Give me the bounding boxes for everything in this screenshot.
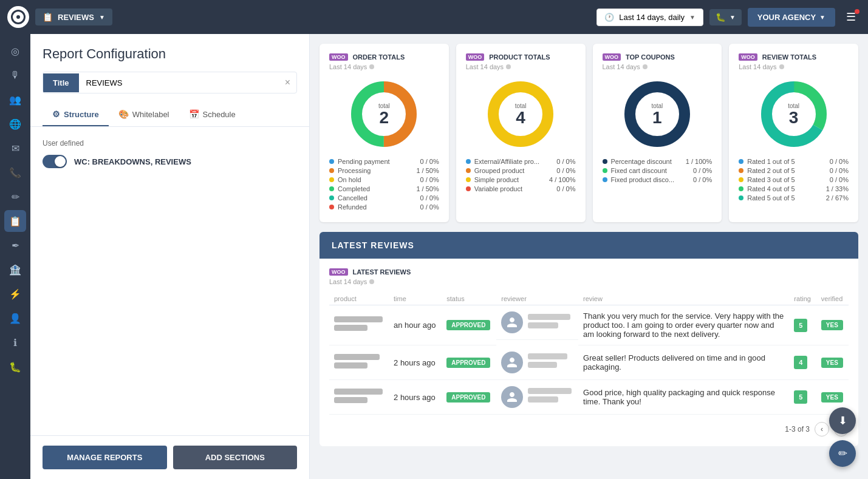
config-tabs: ⚙ Structure 🎨 Whitelabel 📅 Schedule xyxy=(30,103,309,127)
col-product: product xyxy=(329,293,389,305)
top-coupons-title: TOP COUPONS xyxy=(626,53,675,61)
tab-structure[interactable]: ⚙ Structure xyxy=(43,103,109,126)
pagination-info: 1-3 of 3 xyxy=(785,425,810,433)
status-cell: APPROVED xyxy=(442,345,496,380)
time-cell: 2 hours ago xyxy=(389,345,442,380)
review-totals-title: REVIEW TOTALS xyxy=(762,53,816,61)
latest-reviews-body: WOO LATEST REVIEWS Last 14 days product … xyxy=(320,259,858,446)
info-dot-3 xyxy=(643,64,648,69)
main-content: WOO ORDER TOTALS Last 14 days xyxy=(310,34,868,479)
product-donut: total 4 xyxy=(484,78,557,151)
review-donut: total 3 xyxy=(757,78,830,151)
status-cell: APPROVED xyxy=(442,305,496,345)
sidebar-icons: ◎ 🎙 👥 🌐 ✉ 📞 ✏ 📋 ✒ 🏦 ⚡ 👤 ℹ 🐛 xyxy=(0,34,30,479)
reviewer-avatar xyxy=(501,386,523,408)
sidebar-item-globe[interactable]: 🌐 xyxy=(4,113,26,135)
col-review: review xyxy=(578,293,789,305)
woo-badge-3: WOO xyxy=(603,53,621,61)
verified-cell: YES xyxy=(816,305,849,345)
hamburger-menu[interactable]: ☰ xyxy=(841,8,861,26)
review-cell: Thank you very much for the service. Ver… xyxy=(578,305,789,345)
review-totals-card: WOO REVIEW TOTALS Last 14 days xyxy=(729,44,858,222)
add-sections-button[interactable]: ADD SECTIONS xyxy=(173,446,298,469)
latest-reviews-header: LATEST REVIEWS xyxy=(320,232,858,259)
info-dot-2 xyxy=(506,64,511,69)
sidebar-item-info[interactable]: ℹ xyxy=(4,331,26,353)
table-row: an hour ago APPROVED xyxy=(329,305,849,345)
order-total: 2 xyxy=(378,109,390,126)
product-totals-title: PRODUCT TOTALS xyxy=(489,53,550,61)
schedule-icon: 📅 xyxy=(189,109,199,119)
rating-cell: 5 xyxy=(789,305,816,345)
col-verified: verified xyxy=(816,293,849,305)
panel-footer: MANAGE REPORTS ADD SECTIONS xyxy=(30,435,309,479)
product-cell xyxy=(329,345,389,380)
info-dot-4 xyxy=(779,64,784,69)
order-totals-title: ORDER TOTALS xyxy=(353,53,405,61)
manage-reports-button[interactable]: MANAGE REPORTS xyxy=(43,446,167,469)
reports-dropdown[interactable]: 📋 REVIEWS ▼ xyxy=(35,8,112,25)
sidebar-item-analytics[interactable]: ◎ xyxy=(4,40,26,62)
filter-btn[interactable]: 🐛 ▼ xyxy=(709,9,742,25)
product-cell xyxy=(329,305,389,345)
table-row: 2 hours ago APPROVED xyxy=(329,380,849,415)
col-time: time xyxy=(389,293,442,305)
review-legend: Rated 1 out of 50 / 0% Rated 2 out of 50… xyxy=(739,158,849,203)
sidebar-item-mic[interactable]: 🎙 xyxy=(4,64,26,86)
coupon-total: 1 xyxy=(651,109,663,126)
tab-schedule[interactable]: 📅 Schedule xyxy=(179,103,245,126)
order-legend: Pending payment0 / 0% Processing1 / 50% … xyxy=(329,158,439,212)
col-reviewer: reviewer xyxy=(496,293,578,305)
reviewer-avatar xyxy=(501,352,523,373)
sidebar-item-bank[interactable]: 🏦 xyxy=(4,259,26,280)
order-totals-card: WOO ORDER TOTALS Last 14 days xyxy=(320,44,449,222)
sidebar-item-email[interactable]: ✉ xyxy=(4,137,26,159)
col-rating: rating xyxy=(789,293,816,305)
reviewer-cell xyxy=(496,345,578,380)
reviewer-avatar xyxy=(501,311,523,333)
col-status: status xyxy=(442,293,496,305)
info-dot-reviews xyxy=(369,279,374,284)
review-cell: Good price, high quality packaging and q… xyxy=(578,380,789,415)
verified-cell: YES xyxy=(816,345,849,380)
toggle-switch[interactable] xyxy=(43,155,67,168)
sidebar-item-bug[interactable]: 🐛 xyxy=(4,356,26,378)
sidebar-item-reports[interactable]: 📋 xyxy=(4,210,26,232)
info-dot xyxy=(369,64,374,69)
structure-icon: ⚙ xyxy=(52,109,60,119)
top-navigation: 📋 REVIEWS ▼ 🕐 Last 14 days, daily ▼ 🐛 ▼ … xyxy=(0,0,868,34)
top-coupons-card: WOO TOP COUPONS Last 14 days total 1 xyxy=(593,44,722,222)
sidebar-item-person[interactable]: 👤 xyxy=(4,307,26,329)
coupon-donut: total 1 xyxy=(621,78,694,151)
table-row: 2 hours ago APPROVED xyxy=(329,345,849,380)
section-label: User defined xyxy=(43,139,297,148)
coupon-legend: Percentage discount1 / 100% Fixed cart d… xyxy=(603,158,713,185)
sidebar-item-phone[interactable]: 📞 xyxy=(4,161,26,183)
download-fab[interactable]: ⬇ xyxy=(829,407,856,434)
tab-whitelabel[interactable]: 🎨 Whitelabel xyxy=(109,103,179,126)
toggle-row: WC: BREAKDOWNS, REVIEWS xyxy=(43,155,297,168)
woo-badge-4: WOO xyxy=(739,53,757,61)
sidebar-item-users[interactable]: 👥 xyxy=(4,89,26,110)
product-legend: External/Affiliate pro...0 / 0% Grouped … xyxy=(466,158,576,194)
product-cell xyxy=(329,380,389,415)
time-cell: 2 hours ago xyxy=(389,380,442,415)
time-cell: an hour ago xyxy=(389,305,442,345)
product-totals-card: WOO PRODUCT TOTALS Last 14 days total 4 xyxy=(456,44,586,222)
title-label: Title xyxy=(43,73,79,92)
sidebar-item-pen[interactable]: ✏ xyxy=(4,186,26,208)
stat-cards-grid: WOO ORDER TOTALS Last 14 days xyxy=(320,44,858,222)
sidebar-item-edit2[interactable]: ✒ xyxy=(4,234,26,256)
sidebar-item-lightning[interactable]: ⚡ xyxy=(4,283,26,305)
edit-fab[interactable]: ✏ xyxy=(829,440,856,467)
logo[interactable] xyxy=(7,6,29,28)
prev-page-btn[interactable]: ‹ xyxy=(815,422,829,437)
fab-container: ⬇ ✏ xyxy=(829,407,856,467)
latest-reviews-section: LATEST REVIEWS WOO LATEST REVIEWS Last 1… xyxy=(320,232,858,446)
agency-dropdown[interactable]: YOUR AGENCY ▼ xyxy=(748,8,835,27)
title-field-row: Title × xyxy=(43,72,297,93)
title-input[interactable] xyxy=(79,73,279,92)
panel-title: Report Configuration xyxy=(43,46,297,62)
title-clear-btn[interactable]: × xyxy=(279,72,296,93)
time-range-dropdown[interactable]: 🕐 Last 14 days, daily ▼ xyxy=(596,8,703,26)
